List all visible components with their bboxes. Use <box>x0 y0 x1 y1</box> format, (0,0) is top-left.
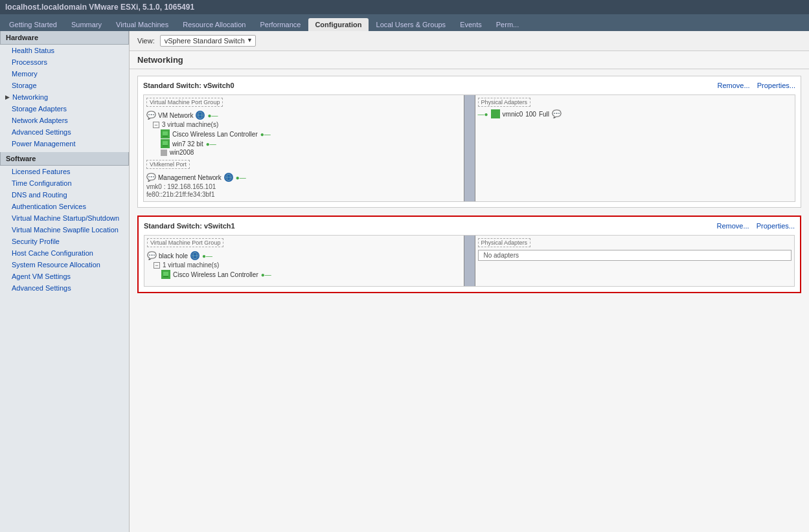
vswitch0-vmkernel-row: 💬 Management Network ●— <box>146 173 461 182</box>
expand-icon[interactable]: − <box>153 122 159 128</box>
vswitch1-actions: Remove... Properties... <box>711 222 795 230</box>
vswitch1-vm-network-name: black hole <box>159 252 188 260</box>
sidebar-item-power-management[interactable]: Power Management <box>0 138 129 150</box>
tab-configuration[interactable]: Configuration <box>308 18 368 31</box>
vswitch1-vm-count-row: − 1 virtual machine(s) <box>154 261 461 269</box>
tab-local-users[interactable]: Local Users & Groups <box>370 18 453 31</box>
sidebar-item-storage-adapters[interactable]: Storage Adapters <box>0 103 129 115</box>
vswitch1-physical-label: Physical Adapters <box>478 238 531 247</box>
sidebar-item-advanced-settings-sw[interactable]: Advanced Settings <box>0 282 129 294</box>
tab-perm[interactable]: Perm... <box>490 18 525 31</box>
sidebar-item-health-status[interactable]: Health Status <box>0 45 129 56</box>
vswitch0-vmk-ipv6: fe80::21b:21ff:fe34:3bf1 <box>146 191 461 198</box>
tab-virtual-machines[interactable]: Virtual Machines <box>109 18 175 31</box>
black-hole-connector: ●— <box>202 252 212 260</box>
vswitch0-vm-network-name: VM Network <box>158 112 193 119</box>
vswitch1-header: Standard Switch: vSwitch1 Remove... Prop… <box>144 222 795 230</box>
vswitch1-port-group-label: Virtual Machine Port Group <box>147 238 223 247</box>
view-label: View: <box>137 37 155 45</box>
vswitch0-adapter-row: —● vmnic0 100 Full 💬 <box>478 109 793 118</box>
view-bar: View: vSphere Standard Switch ▼ <box>130 31 809 51</box>
main-layout: Hardware Health Status Processors Memory… <box>0 31 809 532</box>
vswitch1-vm-count: 1 virtual machine(s) <box>163 261 219 269</box>
vswitch1-properties-link[interactable]: Properties... <box>757 222 795 230</box>
vswitch0-header: Standard Switch: vSwitch0 Remove... Prop… <box>143 82 795 89</box>
vswitch1-expand-icon[interactable]: − <box>154 262 160 269</box>
adapter-connector: —● <box>478 111 488 118</box>
vswitch0-vm-count-row: − 3 virtual machine(s) <box>153 121 461 128</box>
vswitch0-adapter-name: vmnic0 <box>503 111 523 118</box>
sidebar-item-agent-vm-settings[interactable]: Agent VM Settings <box>0 271 129 282</box>
tab-bar: Getting Started Summary Virtual Machines… <box>0 14 809 31</box>
black-hole-chat-icon: 💬 <box>147 251 156 260</box>
sidebar-item-authentication-services[interactable]: Authentication Services <box>0 201 129 212</box>
vm1-connector: ●— <box>206 140 216 148</box>
vswitch1-physical-section: Physical Adapters No adapters <box>475 236 795 286</box>
sidebar-item-host-cache-configuration[interactable]: Host Cache Configuration <box>0 247 129 259</box>
tab-summary[interactable]: Summary <box>65 18 108 31</box>
sidebar-item-vm-swapfile-location[interactable]: Virtual Machine Swapfile Location <box>0 224 129 236</box>
vm-icon-2 <box>161 150 167 156</box>
vswitch0-vm-expand-row: − 3 virtual machine(s) Cisco Wireless La… <box>153 121 461 156</box>
vswitch0-properties-link[interactable]: Properties... <box>757 82 795 89</box>
view-dropdown[interactable]: vSphere Standard Switch ▼ <box>160 35 256 47</box>
vswitch1-vm0-connector: ●— <box>261 271 271 278</box>
vswitch0-panel: Standard Switch: vSwitch0 Remove... Prop… <box>137 76 801 208</box>
sidebar-item-dns-routing[interactable]: DNS and Routing <box>0 189 129 201</box>
title-text: localhost.localdomain VMware ESXi, 5.1.0… <box>5 3 194 12</box>
sidebar-item-security-profile[interactable]: Security Profile <box>0 236 129 247</box>
vswitch0-vm-item-1: win7 32 bit ●— <box>161 139 461 148</box>
vm-network-connector: ●— <box>207 112 218 119</box>
vswitch0-port-group-section: Virtual Machine Port Group 💬 VM Network … <box>144 95 464 201</box>
vswitch0-bar <box>464 95 475 201</box>
vswitch1-no-adapters: No adapters <box>478 250 792 261</box>
sidebar-item-storage[interactable]: Storage <box>0 80 129 91</box>
svg-rect-5 <box>163 136 168 137</box>
vswitch0-vm-item-2: win2008 <box>161 149 461 156</box>
vswitch0-vm-item-0: Cisco Wireless Lan Controller ●— <box>161 129 461 139</box>
vswitch0-vmkernel-name: Management Network <box>158 174 222 181</box>
adapter-chat-icon: 💬 <box>552 109 561 118</box>
tab-getting-started[interactable]: Getting Started <box>3 18 63 31</box>
tab-performance[interactable]: Performance <box>253 18 307 31</box>
vswitch0-title: Standard Switch: vSwitch0 <box>143 82 234 89</box>
vswitch1-remove-link[interactable]: Remove... <box>716 222 749 230</box>
vmkernel-globe-icon <box>224 173 233 182</box>
svg-rect-8 <box>163 146 168 146</box>
title-bar: localhost.localdomain VMware ESXi, 5.1.0… <box>0 0 809 14</box>
svg-rect-17 <box>163 276 168 277</box>
vswitch0-vmkernel-label: VMkernel Port <box>146 160 190 169</box>
sidebar-item-licensed-features[interactable]: Licensed Features <box>0 166 129 177</box>
vmkernel-chat-icon: 💬 <box>146 173 155 182</box>
black-hole-globe-icon <box>190 251 199 260</box>
sidebar-item-network-adapters[interactable]: Network Adapters <box>0 115 129 126</box>
sidebar-item-system-resource-allocation[interactable]: System Resource Allocation <box>0 259 129 271</box>
vswitch0-physical-label: Physical Adapters <box>478 98 531 107</box>
vswitch0-remove-link[interactable]: Remove... <box>717 82 749 89</box>
sidebar-item-memory[interactable]: Memory <box>0 68 129 80</box>
adapter-green-icon <box>491 109 500 118</box>
svg-rect-7 <box>163 141 168 145</box>
vswitch1-vm-item-0: Cisco Wireless Lan Controller ●— <box>161 270 461 279</box>
sidebar-item-advanced-settings-hw[interactable]: Advanced Settings <box>0 126 129 138</box>
sidebar-item-time-configuration[interactable]: Time Configuration <box>0 177 129 189</box>
vswitch1-diagram: Virtual Machine Port Group 💬 black hole … <box>144 235 795 287</box>
sidebar-item-processors[interactable]: Processors <box>0 56 129 68</box>
vswitch1-bar <box>464 236 475 286</box>
vswitch0-vm-count: 3 virtual machine(s) <box>162 121 218 128</box>
vm0-connector: ●— <box>260 131 271 138</box>
networking-heading: Networking <box>130 51 809 69</box>
tab-resource-allocation[interactable]: Resource Allocation <box>176 18 252 31</box>
tab-events[interactable]: Events <box>453 18 488 31</box>
vswitch1-port-group-section: Virtual Machine Port Group 💬 black hole … <box>144 236 464 286</box>
vmkernel-connector: ●— <box>236 174 246 181</box>
vswitch1-title: Standard Switch: vSwitch1 <box>144 222 235 230</box>
vm-icon-0 <box>161 129 170 139</box>
vswitch0-adapter-speed: 100 <box>525 111 536 118</box>
sidebar-item-networking[interactable]: ▶ Networking <box>0 91 129 103</box>
sidebar-item-vm-startup-shutdown[interactable]: Virtual Machine Startup/Shutdown <box>0 212 129 224</box>
vm-network-globe-icon <box>196 111 205 120</box>
vswitch0-diagram: Virtual Machine Port Group 💬 VM Network … <box>143 94 795 202</box>
vswitch0-adapter-duplex: Full <box>539 111 549 118</box>
dropdown-arrow-icon: ▼ <box>247 37 253 43</box>
